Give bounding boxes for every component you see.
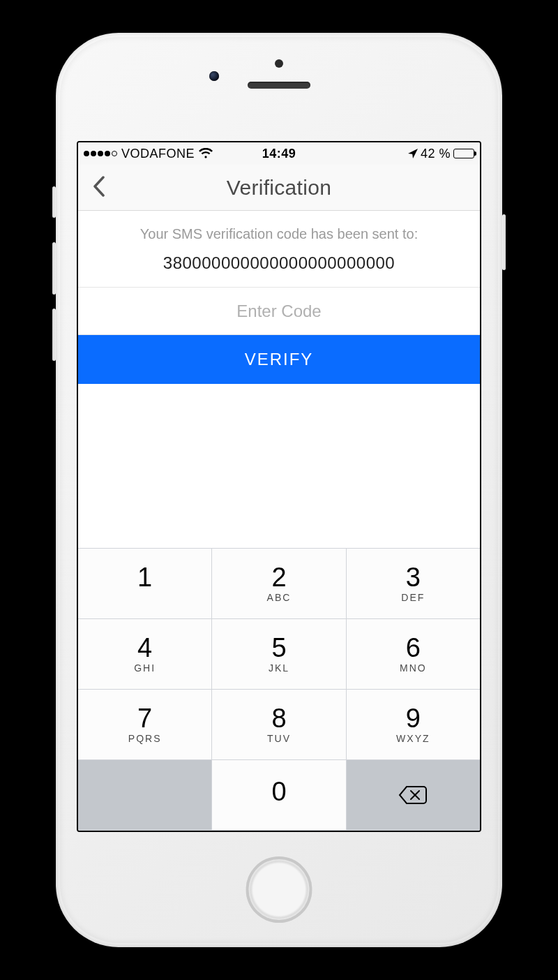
content-spacer [78, 384, 480, 548]
volume-up-button [52, 242, 56, 295]
key-digit: 9 [406, 705, 421, 732]
verify-button[interactable]: VERIFY [78, 335, 480, 384]
keypad-key-4[interactable]: 4 GHI [78, 619, 211, 689]
battery-percent-label: 42 % [421, 147, 451, 161]
status-right: 42 % [344, 147, 474, 161]
key-letters: JKL [269, 662, 289, 674]
carrier-label: VODAFONE [121, 147, 195, 161]
keypad-key-6[interactable]: 6 MNO [347, 619, 480, 689]
key-digit: 7 [137, 705, 152, 732]
backspace-icon [398, 785, 428, 805]
info-block: Your SMS verification code has been sent… [78, 211, 480, 288]
keypad-key-7[interactable]: 7 PQRS [78, 690, 211, 759]
wifi-icon [199, 148, 213, 159]
battery-icon [453, 149, 474, 158]
keypad-key-2[interactable]: 2 ABC [212, 549, 345, 618]
keypad-key-blank [78, 760, 211, 830]
verify-button-label: VERIFY [245, 350, 314, 369]
keypad-key-9[interactable]: 9 WXYZ [347, 690, 480, 759]
status-time: 14:49 [214, 147, 345, 161]
key-digit: 8 [271, 705, 286, 732]
key-digit: 6 [406, 634, 421, 661]
volume-down-button [52, 309, 56, 361]
key-digit: 5 [271, 634, 286, 661]
key-letters: DEF [401, 592, 425, 603]
numeric-keypad: 1 2 ABC 3 DEF 4 GHI 5 J [78, 548, 480, 831]
verification-code-input[interactable] [78, 288, 480, 335]
info-text: Your SMS verification code has been sent… [92, 226, 466, 242]
key-letters: TUV [267, 733, 291, 744]
key-letters: MNO [400, 662, 427, 674]
mute-switch [52, 186, 56, 218]
key-letters: GHI [134, 662, 156, 674]
status-left: VODAFONE [84, 147, 214, 161]
key-digit: 4 [137, 634, 152, 661]
recipient-phone-number: 380000000000000000000000 [92, 253, 466, 273]
key-letters: ABC [267, 592, 292, 603]
chevron-left-icon [93, 176, 105, 200]
back-button[interactable] [86, 165, 112, 210]
keypad-key-3[interactable]: 3 DEF [347, 549, 480, 618]
earpiece-speaker [248, 82, 310, 89]
keypad-key-0[interactable]: 0 [212, 760, 345, 830]
key-letters: PQRS [128, 733, 162, 744]
keypad-key-backspace[interactable] [347, 760, 480, 830]
nav-header: Verification [78, 165, 480, 211]
key-letters: WXYZ [396, 733, 430, 744]
keypad-key-8[interactable]: 8 TUV [212, 690, 345, 759]
key-digit: 0 [271, 778, 286, 805]
page-title: Verification [78, 176, 480, 200]
screen: VODAFONE 14:49 42 % Verification [77, 141, 481, 832]
keypad-key-1[interactable]: 1 [78, 549, 211, 618]
front-camera [209, 71, 219, 81]
location-icon [408, 149, 418, 158]
power-button [502, 214, 506, 270]
key-digit: 3 [406, 564, 421, 591]
keypad-key-5[interactable]: 5 JKL [212, 619, 345, 689]
phone-frame: VODAFONE 14:49 42 % Verification [56, 33, 502, 947]
proximity-sensor [275, 59, 283, 68]
signal-strength-icon [84, 151, 117, 156]
key-digit: 2 [271, 564, 286, 591]
status-bar: VODAFONE 14:49 42 % [78, 142, 480, 165]
home-button[interactable] [246, 856, 312, 923]
key-digit: 1 [137, 564, 152, 591]
